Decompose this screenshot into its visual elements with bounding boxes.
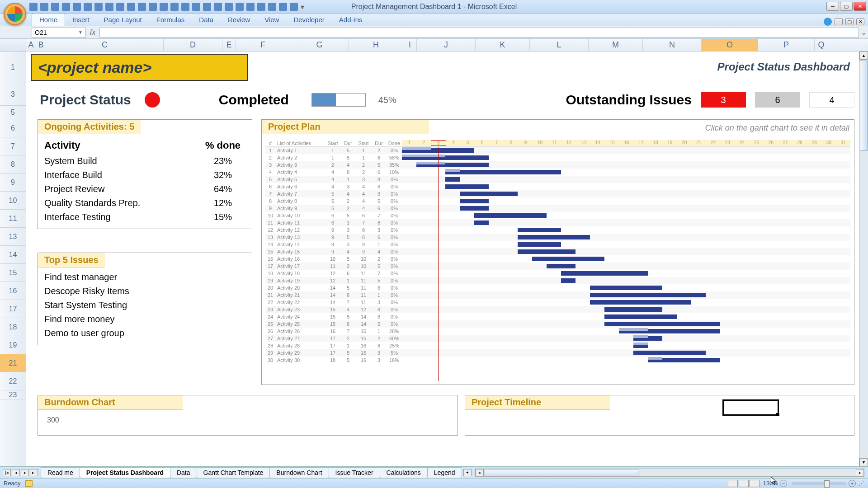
column-header[interactable]: J <box>417 39 476 51</box>
row-header[interactable]: 17 <box>0 300 26 318</box>
column-header[interactable]: B <box>36 39 46 51</box>
qat-icon[interactable] <box>279 3 287 11</box>
qat-icon[interactable] <box>181 3 189 11</box>
row-header[interactable]: 14 <box>0 246 26 264</box>
redo-icon[interactable] <box>51 3 59 11</box>
scroll-right-button[interactable]: ▸ <box>856 469 864 476</box>
column-header[interactable]: A <box>26 39 36 51</box>
sheet-tab[interactable]: Legend <box>427 467 462 478</box>
tab-next-button[interactable]: ▸ <box>21 469 29 476</box>
qat-icon[interactable] <box>116 3 124 11</box>
row-header[interactable]: 1 <box>0 52 26 83</box>
ribbon-tab-developer[interactable]: Developer <box>286 14 331 26</box>
new-sheet-button[interactable]: ✦ <box>463 469 472 476</box>
sheet-tab[interactable]: Read me <box>41 467 80 478</box>
chevron-down-icon[interactable]: ▼ <box>78 30 83 35</box>
qat-icon[interactable] <box>138 3 146 11</box>
ribbon-tab-review[interactable]: Review <box>221 14 257 26</box>
zoom-slider[interactable] <box>792 482 846 485</box>
pagelayout-view-button[interactable] <box>739 480 749 487</box>
resize-grip-icon[interactable]: ⋰ <box>859 480 864 487</box>
column-header[interactable]: F <box>236 39 290 51</box>
sheet-tab[interactable]: Burndown Chart <box>269 467 329 478</box>
column-header[interactable]: P <box>758 39 815 51</box>
fx-button[interactable]: fx <box>86 28 99 37</box>
zoom-out-button[interactable]: − <box>780 480 787 487</box>
qat-icon[interactable] <box>62 3 70 11</box>
qat-icon[interactable] <box>236 3 244 11</box>
column-header[interactable]: D <box>164 39 222 51</box>
ribbon-tab-data[interactable]: Data <box>192 14 221 26</box>
sheet-tab[interactable]: Project Status Dashboard <box>80 467 170 478</box>
row-header[interactable]: 23 <box>0 390 26 399</box>
row-header[interactable]: 10 <box>0 192 26 210</box>
qat-icon[interactable] <box>84 3 92 11</box>
worksheet[interactable]: <project name> Project Status Dashboard … <box>26 52 868 466</box>
scroll-left-button[interactable]: ◂ <box>476 469 484 476</box>
ribbon-tab-view[interactable]: View <box>257 14 286 26</box>
scroll-up-button[interactable]: ▲ <box>859 52 868 60</box>
qat-more-icon[interactable]: ▾ <box>301 3 305 11</box>
qat-icon[interactable] <box>127 3 135 11</box>
ribbon-tab-home[interactable]: Home <box>32 13 65 26</box>
qat-icon[interactable] <box>192 3 200 11</box>
select-all-corner[interactable] <box>0 39 26 51</box>
row-header[interactable]: 18 <box>0 318 26 336</box>
row-header[interactable]: 11 <box>0 210 26 228</box>
horizontal-scrollbar[interactable]: ◂ ▸ <box>475 469 864 477</box>
tab-prev-button[interactable]: ◂ <box>12 469 20 476</box>
column-header[interactable]: O <box>702 39 758 51</box>
formula-expand-icon[interactable]: ⌄ <box>859 28 868 37</box>
qat-icon[interactable] <box>160 3 168 11</box>
doc-close-button[interactable]: ✕ <box>856 18 864 25</box>
row-header[interactable]: 15 <box>0 264 26 282</box>
project-name-cell[interactable]: <project name> <box>31 54 248 81</box>
tab-first-button[interactable]: |◂ <box>3 469 11 476</box>
scroll-down-button[interactable]: ▼ <box>859 458 868 466</box>
row-header[interactable]: 5 <box>0 106 26 119</box>
row-header[interactable]: 16 <box>0 282 26 300</box>
row-header[interactable]: 13 <box>0 228 26 246</box>
column-header[interactable]: G <box>290 39 349 51</box>
row-header[interactable]: 7 <box>0 137 26 155</box>
scroll-thumb[interactable] <box>860 61 868 151</box>
tab-last-button[interactable]: ▸| <box>30 469 38 476</box>
column-header[interactable]: L <box>530 39 589 51</box>
column-header[interactable]: N <box>643 39 702 51</box>
qat-icon[interactable] <box>203 3 211 11</box>
sheet-tab[interactable]: Data <box>170 467 197 478</box>
column-header[interactable]: M <box>589 39 643 51</box>
ribbon-tab-page-layout[interactable]: Page Layout <box>97 14 149 26</box>
row-header[interactable]: 22 <box>0 372 26 390</box>
office-button[interactable] <box>4 3 26 25</box>
ribbon-tab-add-ins[interactable]: Add-Ins <box>332 14 370 26</box>
column-header[interactable]: K <box>476 39 530 51</box>
row-header[interactable]: 19 <box>0 336 26 354</box>
column-header[interactable]: C <box>46 39 164 51</box>
pagebreak-view-button[interactable] <box>750 480 760 487</box>
sheet-tab[interactable]: Calculations <box>380 467 428 478</box>
row-header[interactable]: 21 <box>0 354 26 372</box>
row-header[interactable]: 3 <box>0 83 26 106</box>
sheet-tab[interactable]: Gantt Chart Template <box>197 467 270 478</box>
qat-icon[interactable] <box>246 3 255 11</box>
macro-record-icon[interactable] <box>25 480 33 487</box>
ribbon-tab-formulas[interactable]: Formulas <box>149 14 192 26</box>
undo-icon[interactable] <box>40 3 48 11</box>
column-header[interactable]: Q <box>815 39 828 51</box>
help-icon[interactable] <box>824 18 832 26</box>
vertical-scrollbar[interactable]: ▲ ▼ <box>859 52 868 466</box>
doc-restore-button[interactable]: ▢ <box>845 18 854 25</box>
ribbon-tab-insert[interactable]: Insert <box>65 14 97 26</box>
qat-icon[interactable] <box>290 3 298 11</box>
column-header[interactable]: E <box>222 39 236 51</box>
save-icon[interactable] <box>29 3 38 11</box>
minimize-button[interactable]: ─ <box>826 2 839 11</box>
column-header[interactable]: I <box>403 39 417 51</box>
qat-icon[interactable] <box>225 3 233 11</box>
hscroll-thumb[interactable] <box>485 469 638 476</box>
name-box[interactable]: O21 ▼ <box>32 28 86 38</box>
close-button[interactable]: ✕ <box>854 2 866 11</box>
qat-icon[interactable] <box>94 3 103 11</box>
doc-minimize-button[interactable]: ─ <box>835 18 843 25</box>
